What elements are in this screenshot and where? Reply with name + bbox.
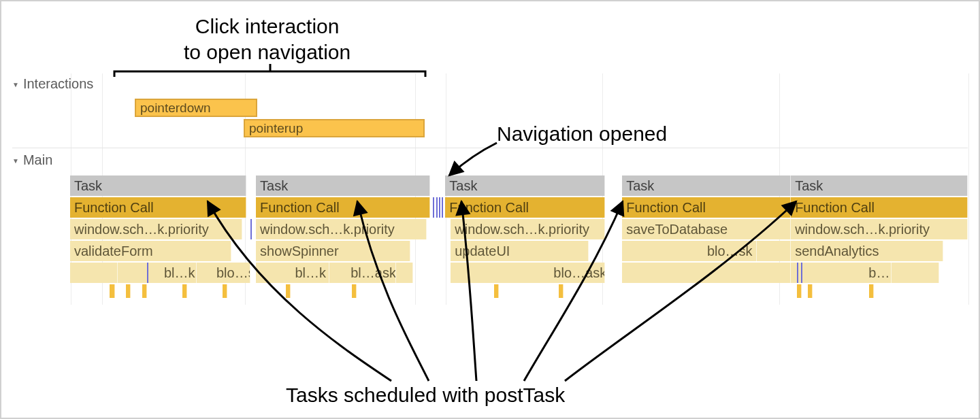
track-label-interactions: Interactions [12,76,93,92]
flame-entry: validateForm [70,241,231,261]
flame-entry: showSpinner [256,241,410,261]
flame-entry: saveToDatabase [622,219,791,239]
track-divider [12,148,968,148]
interaction-pointerup: pointerup [244,119,425,137]
flame-entry: bl…ask [346,263,396,283]
annotation-right: Navigation opened [497,121,667,147]
flame-entry: blo…sk [216,263,250,283]
main-row-task: Task Task Task Task Task [70,175,968,196]
flame-entry [70,263,241,283]
main-row-function: Function Call Function Call Function Cal… [70,197,968,218]
flame-function-call: Function Call [445,197,605,218]
gridline [968,73,969,305]
main-row-sparks [70,284,968,298]
flame-entry: window.sch…k.priority [70,219,242,239]
flame-entry: window.sch…k.priority [791,219,968,239]
flame-task: Task [445,175,605,196]
flame-entry: sendAnalytics [791,241,943,261]
main-row-3: window.sch…k.priority window.sch…k.prior… [70,219,968,239]
main-row-4: validateForm showSpinner updateUI blo…sk… [70,241,968,261]
flame-entry [622,263,791,283]
flame-function-call: Function Call [256,197,430,218]
annotation-bottom: Tasks scheduled with postTask [286,382,565,408]
flame-entry [100,263,118,283]
flame-entry: blo…ask [549,263,605,283]
flame-entry: updateUI [451,241,589,261]
flame-task: Task [70,175,246,196]
flame-task: Task [622,175,791,196]
track-label-main: Main [12,152,52,168]
flame-entry: window.sch…k.priority [451,219,605,239]
main-row-5: bl…k blo…sk bl…k bl…ask blo…ask b… [70,263,968,283]
flame-task: Task [256,175,430,196]
flame-entry: bl…k [291,263,329,283]
flame-function-call: Function Call [622,197,791,218]
flame-entry: blo…sk [703,241,757,261]
interaction-pointerdown: pointerdown [135,99,257,117]
flame-entry: window.sch…k.priority [256,219,427,239]
flame-function-call: Function Call [70,197,246,218]
annotation-top: Click interaction to open navigation [184,14,350,65]
flame-task: Task [791,175,968,196]
flame-function-call: Function Call [791,197,968,218]
flame-entry: b… [864,263,892,283]
flame-entry: bl…k [160,263,197,283]
